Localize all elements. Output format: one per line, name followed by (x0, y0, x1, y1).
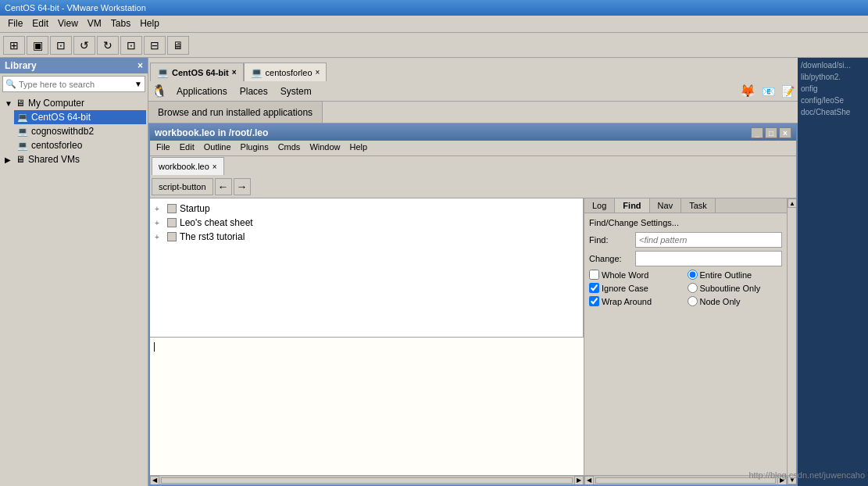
menu-edit[interactable]: Edit (27, 16, 53, 33)
right-strip-line-3: onfig (801, 84, 865, 93)
expand-icon: ▼ (5, 99, 13, 108)
hscroll-left-arrow[interactable]: ◀ (150, 476, 159, 485)
leo-menu-edit[interactable]: Edit (175, 141, 199, 155)
node-only-radio[interactable] (688, 296, 698, 306)
toolbar-btn-8[interactable]: 🖥 (167, 36, 189, 55)
leo-menu-file[interactable]: File (152, 141, 175, 155)
tree-item-shared-vms[interactable]: ▶ 🖥 Shared VMs (2, 152, 146, 166)
startup-node-icon (167, 204, 177, 213)
leo-minimize-btn[interactable]: _ (751, 127, 763, 138)
back-arrow-btn[interactable]: ← (215, 178, 232, 195)
library-title: Library (5, 60, 37, 71)
computer-icon: 🖥 (16, 98, 25, 109)
find-tab-log[interactable]: Log (584, 198, 615, 213)
app-bar-applications[interactable]: Applications (173, 84, 230, 98)
leo-main-area: + Startup + Leo's cheat sheet + T (150, 198, 584, 484)
leo-tree-cheatsheet[interactable]: + Leo's cheat sheet (153, 216, 580, 230)
suboutline-radio[interactable] (688, 283, 698, 293)
watermark: http://blog.csdn.net/juwencaho (748, 470, 865, 480)
app-bar-system[interactable]: System (277, 84, 315, 98)
find-tab-nav[interactable]: Nav (650, 198, 682, 213)
leo-menu-plugins[interactable]: Plugins (236, 141, 273, 155)
tab-centos64[interactable]: 💻 CentOS 64-bit × (150, 63, 244, 81)
leo-menu-help[interactable]: Help (345, 141, 373, 155)
tree-item-centosforleo[interactable]: 💻 centosforleo (14, 138, 146, 152)
rst3-node-icon (167, 232, 177, 241)
find-tab-find[interactable]: Find (615, 198, 649, 213)
browse-tab[interactable]: Browse and run installed applications (148, 102, 323, 123)
forward-arrow-btn[interactable]: → (234, 178, 251, 195)
whole-word-checkbox[interactable] (589, 270, 599, 280)
ignore-case-checkbox[interactable] (589, 283, 599, 293)
find-content: Find/Change Settings... Find: Change: (584, 213, 787, 475)
toolbar-btn-3[interactable]: ⊡ (50, 36, 72, 55)
menu-file[interactable]: File (3, 16, 27, 33)
find-tab-task[interactable]: Task (681, 198, 716, 213)
find-options: Whole Word Entire Outline (589, 270, 782, 306)
find-row: Find: (589, 232, 782, 248)
hscroll-right-arrow[interactable]: ▶ (574, 476, 584, 485)
cursor-indicator: | (153, 341, 580, 473)
menu-help[interactable]: Help (135, 16, 164, 33)
leo-tree-startup[interactable]: + Startup (153, 202, 580, 216)
wrap-around-checkbox[interactable] (589, 296, 599, 306)
toolbar-btn-5[interactable]: ↻ (97, 36, 119, 55)
leo-hscrollbar[interactable]: ◀ ▶ (150, 475, 584, 484)
tab-close-centosforleo[interactable]: × (316, 68, 320, 77)
find-option-row-2: Ignore Case Suboutline Only (589, 283, 782, 293)
tab-centosforleo[interactable]: 💻 centosforleo × (244, 63, 327, 81)
library-close-btn[interactable]: × (138, 60, 143, 71)
find-scroll-thumb[interactable] (788, 208, 796, 475)
cognoswithdb2-label: cognoswithdb2 (31, 126, 94, 137)
change-input[interactable] (635, 251, 782, 266)
node-only-label: Node Only (700, 297, 741, 306)
leo-menu-cmds[interactable]: Cmds (273, 141, 305, 155)
find-tabs: Log Find Nav Task (584, 198, 787, 213)
library-search-box: 🔍 ▼ (2, 76, 145, 92)
toolbar-btn-2[interactable]: ▣ (27, 36, 48, 55)
script-button[interactable]: script-button (152, 178, 213, 195)
centosforleo-label: centosforleo (31, 140, 82, 151)
toolbar-btn-7[interactable]: ⊟ (144, 36, 166, 55)
leo-tree-rst3[interactable]: + The rst3 tutorial (153, 230, 580, 244)
tab-icon-centosforleo: 💻 (251, 67, 263, 78)
tab-close-centos64[interactable]: × (232, 68, 237, 77)
tree-item-cognoswithdb2[interactable]: 💻 cognoswithdb2 (14, 124, 146, 138)
toolbar-btn-6[interactable]: ⊡ (120, 36, 142, 55)
rst3-expand: + (155, 233, 164, 241)
leo-menu-outline[interactable]: Outline (199, 141, 236, 155)
leo-bottom-area[interactable]: | (150, 337, 584, 476)
toolbar-btn-1[interactable]: ⊞ (3, 36, 25, 55)
edit-icon[interactable]: 📝 (781, 85, 795, 98)
tree-item-centos64[interactable]: 💻 CentOS 64-bit (14, 110, 146, 124)
menu-vm[interactable]: VM (83, 16, 106, 33)
entire-outline-radio[interactable] (688, 270, 698, 280)
leo-tab-workbook[interactable]: workbook.leo × (152, 157, 224, 175)
suboutline-option: Suboutline Only (688, 283, 783, 293)
content-area: 💻 CentOS 64-bit × 💻 centosforleo × 🐧 App… (148, 58, 798, 486)
app-bar-places[interactable]: Places (237, 84, 271, 98)
leo-menu-window[interactable]: Window (305, 141, 345, 155)
menu-view[interactable]: View (53, 16, 83, 33)
app-bar: 🐧 Applications Places System 🦊 📧 📝 (148, 81, 798, 102)
leo-maximize-btn[interactable]: □ (765, 127, 777, 138)
leo-tab-close[interactable]: × (213, 163, 217, 171)
search-dropdown-icon[interactable]: ▼ (134, 80, 142, 88)
find-scroll-up[interactable]: ▲ (788, 198, 796, 208)
find-hscroll-left[interactable]: ◀ (584, 476, 594, 485)
search-input[interactable] (19, 80, 134, 89)
leo-content: + Startup + Leo's cheat sheet + T (150, 198, 796, 484)
hscroll-thumb[interactable] (161, 477, 573, 484)
title-bar: CentOS 64-bit - VMware Workstation (0, 0, 868, 16)
leo-close-btn[interactable]: × (779, 127, 791, 138)
firefox-icon[interactable]: 🦊 (740, 84, 755, 98)
tree-item-my-computer[interactable]: ▼ 🖥 My Computer (2, 96, 146, 110)
email-icon[interactable]: 📧 (762, 85, 775, 98)
vm-icon: 💻 (17, 113, 28, 123)
ignore-case-label: Ignore Case (602, 284, 648, 293)
menu-tabs[interactable]: Tabs (106, 16, 135, 33)
find-input[interactable] (635, 232, 782, 248)
shared-vms-icon: 🖥 (16, 154, 25, 165)
leo-window: workbook.leo in /root/.leo _ □ × File Ed… (148, 123, 798, 486)
toolbar-btn-4[interactable]: ↺ (73, 36, 95, 55)
